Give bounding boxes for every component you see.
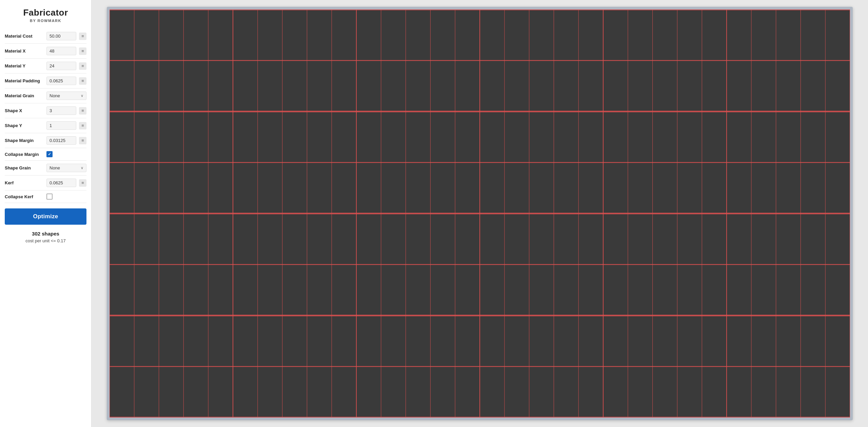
label-kerf: Kerf [5, 180, 44, 185]
label-collapse-kerf: Collapse Kerf [5, 194, 44, 199]
cost-info: cost per unit <= 0.17 [25, 238, 66, 243]
drag-icon-material-x[interactable] [79, 47, 86, 55]
field-row-shape-grain: Shape GrainNone∨ [5, 161, 86, 176]
optimize-button[interactable]: Optimize [5, 208, 86, 225]
label-shape-y: Shape Y [5, 123, 44, 128]
label-shape-grain: Shape Grain [5, 165, 44, 170]
drag-icon-kerf[interactable] [79, 179, 86, 187]
app-title: Fabricator [0, 7, 91, 18]
chevron-down-icon-material-grain: ∨ [81, 94, 83, 98]
select-value-material-grain: None [50, 93, 81, 98]
checkbox-collapse-kerf[interactable] [46, 194, 53, 200]
drag-icon-material-cost[interactable] [79, 33, 86, 40]
checkbox-collapse-margin[interactable] [46, 151, 53, 157]
label-material-padding: Material Padding [5, 78, 44, 83]
field-row-collapse-margin: Collapse Margin [5, 148, 86, 161]
label-shape-x: Shape X [5, 108, 44, 113]
sidebar: Fabricator BY ROWMARK Material CostMater… [0, 0, 92, 427]
field-row-material-x: Material X [5, 44, 86, 59]
grid-svg [110, 9, 850, 418]
label-shape-margin: Shape Margin [5, 138, 44, 143]
field-row-collapse-kerf: Collapse Kerf [5, 190, 86, 203]
label-material-cost: Material Cost [5, 34, 44, 39]
input-shape-margin[interactable] [46, 136, 76, 145]
main-area [92, 0, 868, 427]
field-row-shape-y: Shape Y [5, 118, 86, 133]
chevron-down-icon-shape-grain: ∨ [81, 166, 83, 170]
label-material-x: Material X [5, 48, 44, 54]
drag-icon-shape-x[interactable] [79, 107, 86, 115]
select-value-shape-grain: None [50, 165, 81, 170]
field-row-material-cost: Material Cost [5, 29, 86, 44]
label-material-grain: Material Grain [5, 93, 44, 98]
field-row-material-y: Material Y [5, 59, 86, 74]
input-material-cost[interactable] [46, 32, 76, 40]
field-row-material-grain: Material GrainNone∨ [5, 88, 86, 103]
drag-icon-material-padding[interactable] [79, 77, 86, 85]
input-material-x[interactable] [46, 47, 76, 55]
drag-icon-shape-margin[interactable] [79, 137, 86, 144]
input-shape-y[interactable] [46, 121, 76, 130]
input-material-padding[interactable] [46, 77, 76, 85]
input-shape-x[interactable] [46, 106, 76, 115]
label-collapse-margin: Collapse Margin [5, 152, 44, 157]
field-row-shape-x: Shape X [5, 103, 86, 118]
field-row-material-padding: Material Padding [5, 74, 86, 88]
app-subtitle: BY ROWMARK [0, 19, 91, 23]
shapes-count: 302 shapes [32, 231, 59, 237]
input-kerf[interactable] [46, 179, 76, 187]
logo-area: Fabricator BY ROWMARK [0, 0, 91, 29]
drag-icon-material-y[interactable] [79, 62, 86, 70]
label-material-y: Material Y [5, 63, 44, 68]
field-row-kerf: Kerf [5, 176, 86, 190]
input-material-y[interactable] [46, 62, 76, 70]
select-material-grain[interactable]: None∨ [46, 92, 86, 100]
fields-area: Material CostMaterial XMaterial YMateria… [0, 29, 91, 203]
select-shape-grain[interactable]: None∨ [46, 164, 86, 172]
grid-canvas [110, 9, 850, 418]
drag-icon-shape-y[interactable] [79, 122, 86, 129]
field-row-shape-margin: Shape Margin [5, 133, 86, 148]
canvas-wrapper [107, 7, 853, 420]
